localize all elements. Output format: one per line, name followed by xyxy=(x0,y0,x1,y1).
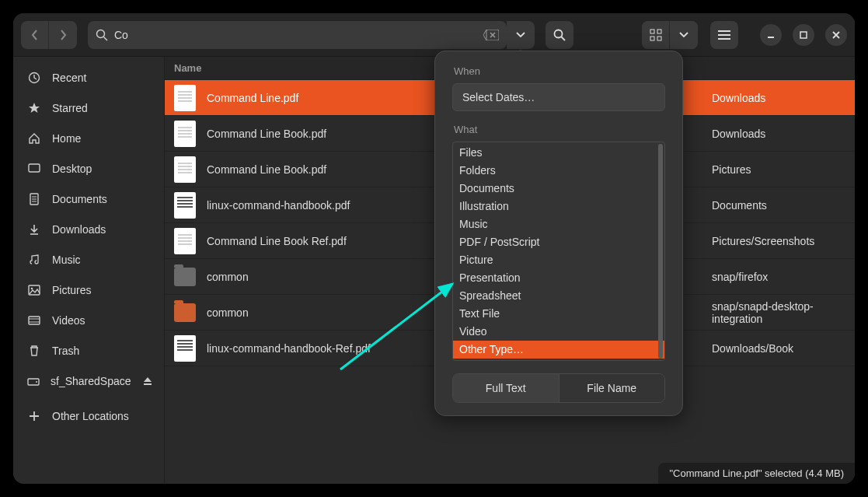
maximize-icon xyxy=(799,30,808,40)
music-icon xyxy=(27,254,41,266)
sidebar-item-recent[interactable]: Recent xyxy=(18,63,159,93)
search-options-dropdown[interactable] xyxy=(507,21,535,49)
what-item-pdf-postscript[interactable]: PDF / PostScript xyxy=(453,233,664,251)
drive-icon xyxy=(27,375,40,387)
grid-view-button[interactable] xyxy=(642,21,670,49)
trash-icon xyxy=(27,345,41,357)
file-name-mode[interactable]: File Name xyxy=(559,374,665,402)
what-label: What xyxy=(435,124,682,142)
clear-search-icon[interactable] xyxy=(483,30,499,40)
sidebar-item-label: sf_SharedSpace xyxy=(51,375,131,387)
svg-point-22 xyxy=(31,288,33,290)
sidebar-item-other-locations[interactable]: Other Locations xyxy=(18,401,159,431)
pdf-file-icon xyxy=(174,121,196,147)
sidebar: RecentStarredHomeDesktopDocumentsDownloa… xyxy=(13,57,165,484)
maximize-button[interactable] xyxy=(793,24,814,46)
svg-rect-28 xyxy=(144,383,152,385)
sidebar-item-label: Desktop xyxy=(52,163,92,175)
video-icon xyxy=(27,314,41,327)
sidebar-item-label: Trash xyxy=(52,345,79,357)
sidebar-item-trash[interactable]: Trash xyxy=(18,336,159,366)
svg-line-4 xyxy=(562,37,566,40)
sidebar-item-home[interactable]: Home xyxy=(18,124,159,153)
sidebar-item-downloads[interactable]: Downloads xyxy=(18,215,159,244)
svg-rect-7 xyxy=(650,37,654,40)
view-dropdown-button[interactable] xyxy=(670,21,698,49)
chevron-down-icon xyxy=(516,32,525,38)
sidebar-item-label: Documents xyxy=(52,193,107,205)
search-mode-toggle: Full Text File Name xyxy=(452,373,665,403)
what-item-text-file[interactable]: Text File xyxy=(453,305,664,323)
what-type-list[interactable]: FilesFoldersDocumentsIllustrationMusicPD… xyxy=(452,142,665,361)
what-item-presentation[interactable]: Presentation xyxy=(453,269,664,287)
what-item-picture[interactable]: Picture xyxy=(453,251,664,269)
sidebar-item-label: Videos xyxy=(52,314,85,327)
doc-icon xyxy=(27,193,41,205)
sidebar-item-desktop[interactable]: Desktop xyxy=(18,154,159,184)
hamburger-icon xyxy=(718,30,730,40)
what-item-spreadsheet[interactable]: Spreadsheet xyxy=(453,287,664,305)
clock-icon xyxy=(27,72,41,84)
sidebar-item-label: Recent xyxy=(52,72,86,84)
forward-button[interactable] xyxy=(49,21,77,49)
select-dates-button[interactable]: Select Dates… xyxy=(452,83,665,111)
plus-icon xyxy=(27,410,41,422)
svg-rect-15 xyxy=(29,164,40,172)
pdf-file-icon xyxy=(174,228,196,254)
sidebar-item-sf-sharedspace[interactable]: sf_SharedSpace xyxy=(18,366,159,396)
titlebar xyxy=(13,13,855,57)
sidebar-item-label: Downloads xyxy=(52,223,106,236)
chevron-left-icon xyxy=(31,30,39,40)
what-item-illustration[interactable]: Illustration xyxy=(453,198,664,215)
svg-rect-13 xyxy=(800,32,807,38)
pdf-file-icon xyxy=(174,156,196,183)
close-icon xyxy=(831,30,841,40)
sidebar-item-pictures[interactable]: Pictures xyxy=(18,275,159,305)
sidebar-item-label: Home xyxy=(52,132,81,145)
what-item-documents[interactable]: Documents xyxy=(453,180,664,198)
search-toggle-button[interactable] xyxy=(546,21,573,49)
nav-buttons xyxy=(21,21,77,49)
sidebar-item-documents[interactable]: Documents xyxy=(18,184,159,214)
search-filter-popover: When Select Dates… What FilesFoldersDocu… xyxy=(434,51,683,416)
menu-button[interactable] xyxy=(710,21,738,49)
svg-point-27 xyxy=(36,381,37,383)
svg-rect-6 xyxy=(657,30,661,33)
search-input[interactable] xyxy=(114,29,477,41)
folder-icon xyxy=(174,268,196,286)
home-icon xyxy=(27,132,41,145)
grid-icon xyxy=(650,29,662,41)
what-item-other-type[interactable]: Other Type… xyxy=(453,341,664,359)
picture-icon xyxy=(27,284,41,296)
sidebar-item-label: Other Locations xyxy=(52,410,129,422)
eject-icon[interactable] xyxy=(142,376,153,387)
pdf-file-icon xyxy=(174,85,196,111)
svg-point-0 xyxy=(97,30,105,37)
view-mode-group xyxy=(642,21,698,49)
what-item-files[interactable]: Files xyxy=(453,144,664,162)
folder-icon xyxy=(174,303,196,322)
what-item-music[interactable]: Music xyxy=(453,215,664,233)
what-item-video[interactable]: Video xyxy=(453,323,664,341)
sidebar-item-videos[interactable]: Videos xyxy=(18,306,159,335)
what-item-folders[interactable]: Folders xyxy=(453,162,664,180)
svg-rect-5 xyxy=(650,30,654,33)
full-text-mode[interactable]: Full Text xyxy=(453,374,559,402)
search-bar[interactable] xyxy=(88,21,507,49)
sidebar-item-starred[interactable]: Starred xyxy=(18,93,159,123)
chevron-right-icon xyxy=(59,30,67,40)
minimize-icon xyxy=(766,30,776,40)
minimize-button[interactable] xyxy=(760,24,782,46)
sidebar-item-label: Pictures xyxy=(52,284,92,296)
chevron-down-icon xyxy=(679,32,688,38)
back-button[interactable] xyxy=(21,21,49,49)
sidebar-item-label: Starred xyxy=(52,102,88,114)
star-icon xyxy=(27,102,41,114)
desktop-icon xyxy=(27,163,41,175)
svg-rect-8 xyxy=(657,37,661,40)
when-label: When xyxy=(435,65,682,83)
close-button[interactable] xyxy=(825,24,847,46)
svg-rect-23 xyxy=(29,317,40,324)
sidebar-item-music[interactable]: Music xyxy=(18,245,159,275)
svg-line-1 xyxy=(104,37,108,40)
